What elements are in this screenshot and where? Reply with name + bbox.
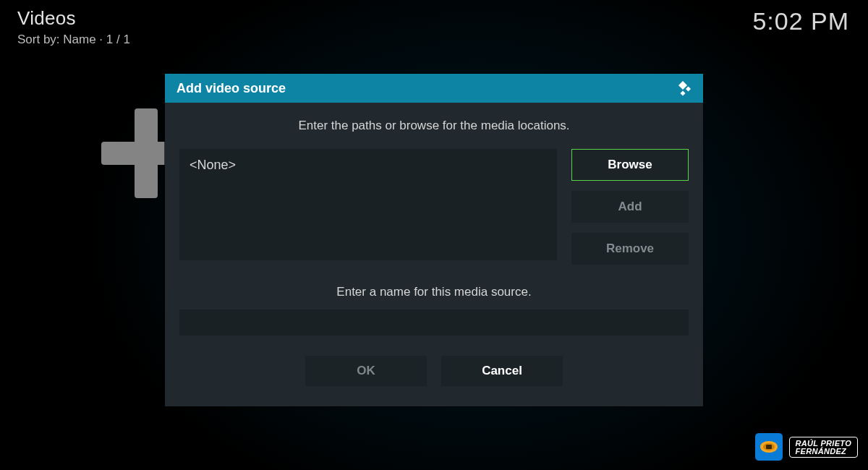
browse-button[interactable]: Browse xyxy=(571,149,689,181)
cancel-button[interactable]: Cancel xyxy=(441,356,563,386)
sort-info: Sort by: Name · 1 / 1 xyxy=(17,33,130,47)
dialog-title: Add video source xyxy=(176,81,286,96)
watermark-icon xyxy=(754,432,783,461)
dialog-titlebar: Add video source xyxy=(165,74,703,103)
page-title: Videos xyxy=(17,7,130,30)
ok-button[interactable]: OK xyxy=(305,356,427,386)
name-instruction: Enter a name for this media source. xyxy=(179,285,689,299)
dialog-actions: OK Cancel xyxy=(179,356,689,386)
dialog-body: Enter the paths or browse for the media … xyxy=(165,103,703,406)
svg-rect-5 xyxy=(766,445,772,449)
add-video-source-dialog: Add video source Enter the paths or brow… xyxy=(165,74,703,406)
watermark-line2: FERNÁNDEZ xyxy=(796,448,851,456)
add-button[interactable]: Add xyxy=(571,191,689,223)
source-name-input[interactable] xyxy=(179,309,689,336)
path-item: <None> xyxy=(190,158,236,172)
kodi-logo-icon xyxy=(674,80,692,97)
paths-row: <None> Browse Add Remove xyxy=(179,149,689,265)
header: Videos Sort by: Name · 1 / 1 xyxy=(17,7,130,47)
paths-list[interactable]: <None> xyxy=(179,149,557,260)
side-buttons: Browse Add Remove xyxy=(571,149,689,265)
watermark-badge: RAÚL PRIETO FERNÁNDEZ xyxy=(754,432,858,461)
watermark-text: RAÚL PRIETO FERNÁNDEZ xyxy=(789,437,858,458)
svg-marker-2 xyxy=(681,91,686,96)
remove-button[interactable]: Remove xyxy=(571,233,689,265)
watermark-line1: RAÚL PRIETO xyxy=(796,440,851,448)
paths-instruction: Enter the paths or browse for the media … xyxy=(179,119,689,133)
svg-marker-0 xyxy=(678,81,687,90)
clock: 5:02 PM xyxy=(752,7,849,35)
svg-marker-1 xyxy=(686,87,691,92)
